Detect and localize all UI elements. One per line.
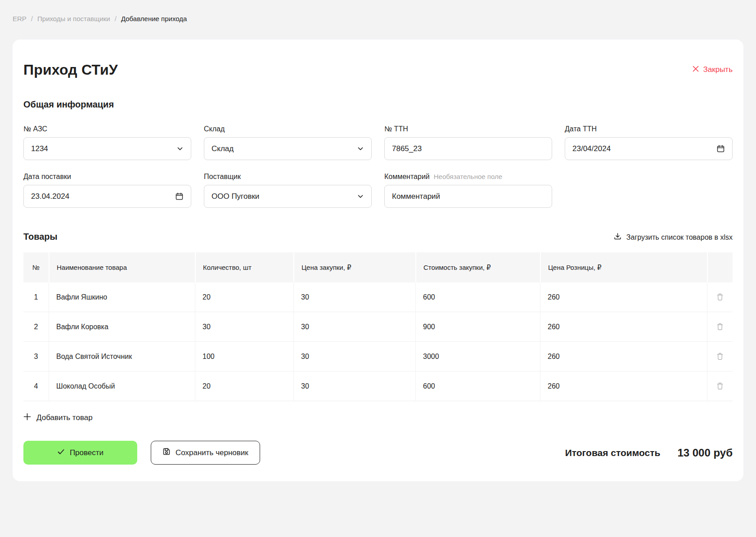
row-purchase-price: 30 (293, 282, 415, 312)
azs-select[interactable]: 1234 (23, 137, 191, 160)
supplier-label: Поставщик (204, 172, 372, 181)
column-header-num: № (23, 252, 49, 282)
breadcrumb: ERP / Приходы и поставщики / Добавление … (0, 0, 756, 23)
delete-row-button[interactable] (716, 352, 724, 361)
comment-label-text: Комментарий (384, 172, 430, 181)
section-title-general: Общая информация (23, 99, 733, 110)
download-icon (614, 233, 621, 242)
row-product-name: Шоколад Особый (49, 371, 195, 401)
row-purchase-price: 30 (293, 312, 415, 341)
ttn-date-field-group: Дата ТТН 23/04/2024 (565, 125, 733, 160)
row-purchase-cost: 600 (415, 282, 540, 312)
supplier-select-value: ООО Пуговки (212, 192, 259, 201)
row-qty: 20 (195, 371, 293, 401)
title-row: Приход СТиУ Закрыть (23, 61, 733, 78)
upload-xlsx-label: Загрузить список товаров в xlsx (626, 233, 733, 242)
row-product-name: Вафли Яшкино (49, 282, 195, 312)
row-actions (707, 282, 733, 312)
submit-button[interactable]: Провести (23, 441, 137, 465)
supplier-select[interactable]: ООО Пуговки (204, 185, 372, 208)
row-purchase-price: 30 (293, 342, 415, 371)
row-num: 4 (23, 371, 49, 401)
arrival-form-card: Приход СТиУ Закрыть Общая информация № А… (13, 40, 743, 481)
footer-actions: Провести Сохранить черновик (23, 441, 260, 465)
breadcrumb-item-current: Добавление прихода (121, 15, 187, 23)
breadcrumb-separator: / (115, 15, 117, 23)
row-qty: 30 (195, 312, 293, 341)
azs-label: № АЗС (23, 125, 191, 133)
table-row: 2 Вафли Коровка 30 30 900 260 (23, 312, 733, 342)
chevron-down-icon (176, 145, 184, 152)
supplier-field-group: Поставщик ООО Пуговки (204, 172, 372, 208)
delivery-date-input[interactable]: 23.04.2024 (23, 185, 191, 208)
azs-field-group: № АЗС 1234 (23, 125, 191, 160)
page-title: Приход СТиУ (23, 61, 118, 78)
table-row: 4 Шоколад Особый 20 30 600 260 (23, 371, 733, 401)
upload-xlsx-button[interactable]: Загрузить список товаров в xlsx (614, 233, 733, 242)
column-header-purchase-price: Цена закупки, ₽ (293, 252, 415, 282)
warehouse-select[interactable]: Склад (204, 137, 372, 160)
delivery-date-value: 23.04.2024 (31, 192, 69, 201)
ttn-input[interactable] (384, 137, 552, 160)
column-header-actions (707, 252, 733, 282)
save-icon (162, 448, 171, 458)
section-title-products: Товары (23, 231, 58, 242)
row-purchase-cost: 600 (415, 371, 540, 401)
save-draft-button[interactable]: Сохранить черновик (151, 441, 260, 465)
close-button-label: Закрыть (703, 65, 733, 74)
row-purchase-price: 30 (293, 371, 415, 401)
calendar-icon (175, 192, 184, 201)
trash-icon (716, 293, 724, 301)
table-row: 1 Вафли Яшкино 20 30 600 260 (23, 282, 733, 312)
save-draft-label: Сохранить черновик (176, 448, 248, 457)
breadcrumb-separator: / (31, 15, 33, 23)
comment-input[interactable] (384, 185, 552, 208)
trash-icon (716, 382, 724, 390)
delete-row-button[interactable] (716, 322, 724, 331)
row-product-name: Вода Святой Источник (49, 342, 195, 371)
row-retail-price: 260 (540, 282, 707, 312)
check-icon (57, 448, 65, 458)
comment-optional-hint: Необязательное поле (434, 172, 502, 181)
column-header-retail-price: Цена Розницы, ₽ (540, 252, 707, 282)
breadcrumb-item-arrivals[interactable]: Приходы и поставщики (37, 15, 110, 23)
row-num: 1 (23, 282, 49, 312)
ttn-date-value: 23/04/2024 (572, 144, 611, 153)
row-num: 3 (23, 342, 49, 371)
general-info-form: № АЗС 1234 Склад Склад № ТТН Дата ТТН (23, 125, 733, 208)
row-qty: 20 (195, 282, 293, 312)
form-grid-spacer (565, 172, 733, 208)
warehouse-label: Склад (204, 125, 372, 133)
table-row: 3 Вода Святой Источник 100 30 3000 260 (23, 342, 733, 371)
column-header-qty: Количество, шт (195, 252, 293, 282)
delivery-date-label: Дата поставки (23, 172, 191, 181)
products-header-row: Товары Загрузить список товаров в xlsx (23, 231, 733, 242)
breadcrumb-item-erp[interactable]: ERP (13, 15, 27, 23)
submit-button-label: Провести (70, 448, 104, 457)
add-product-label: Добавить товар (36, 413, 93, 422)
row-retail-price: 260 (540, 371, 707, 401)
ttn-label: № ТТН (384, 125, 552, 133)
row-qty: 100 (195, 342, 293, 371)
warehouse-field-group: Склад Склад (204, 125, 372, 160)
delivery-date-field-group: Дата поставки 23.04.2024 (23, 172, 191, 208)
close-button[interactable]: Закрыть (692, 65, 733, 75)
delete-row-button[interactable] (716, 382, 724, 390)
row-retail-price: 260 (540, 312, 707, 341)
row-product-name: Вафли Коровка (49, 312, 195, 341)
trash-icon (716, 352, 724, 361)
plus-icon (23, 413, 31, 423)
row-actions (707, 312, 733, 341)
ttn-date-label: Дата ТТН (565, 125, 733, 133)
row-purchase-cost: 900 (415, 312, 540, 341)
delete-row-button[interactable] (716, 293, 724, 301)
calendar-icon (716, 144, 725, 153)
azs-select-value: 1234 (31, 144, 48, 153)
products-table-header: № Наименование товара Количество, шт Цен… (23, 252, 733, 282)
add-product-button[interactable]: Добавить товар (23, 413, 93, 423)
column-header-name: Наименование товара (49, 252, 195, 282)
ttn-field-group: № ТТН (384, 125, 552, 160)
ttn-date-input[interactable]: 23/04/2024 (565, 137, 733, 160)
comment-field-group: Комментарий Необязательное поле (384, 172, 552, 208)
chevron-down-icon (357, 145, 364, 152)
